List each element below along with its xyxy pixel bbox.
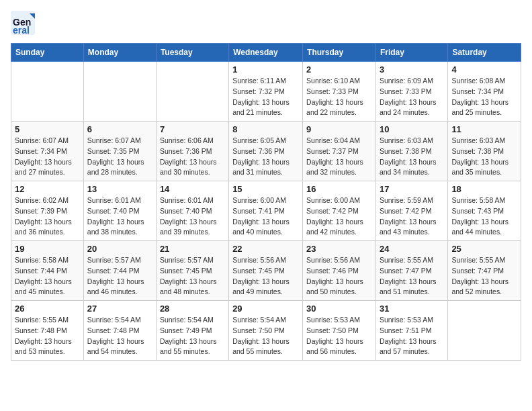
calendar-body: 1Sunrise: 6:11 AM Sunset: 7:32 PM Daylig… bbox=[11, 62, 521, 361]
day-info: Sunrise: 6:05 AM Sunset: 7:36 PM Dayligh… bbox=[232, 136, 299, 178]
day-info: Sunrise: 5:55 AM Sunset: 7:48 PM Dayligh… bbox=[15, 315, 80, 357]
page-header: Gen eral bbox=[11, 11, 521, 35]
day-number: 28 bbox=[160, 304, 225, 314]
day-cell: 10Sunrise: 6:03 AM Sunset: 7:38 PM Dayli… bbox=[375, 122, 447, 181]
week-row-5: 26Sunrise: 5:55 AM Sunset: 7:48 PM Dayli… bbox=[11, 301, 521, 361]
day-info: Sunrise: 5:55 AM Sunset: 7:47 PM Dayligh… bbox=[380, 255, 444, 298]
day-cell: 4Sunrise: 6:08 AM Sunset: 7:34 PM Daylig… bbox=[448, 62, 521, 122]
day-number: 1 bbox=[232, 64, 299, 75]
svg-text:eral: eral bbox=[13, 25, 30, 35]
day-number: 4 bbox=[451, 64, 517, 75]
logo-icon: Gen eral bbox=[11, 11, 35, 35]
day-cell bbox=[448, 301, 521, 361]
logo: Gen eral bbox=[11, 11, 38, 35]
day-info: Sunrise: 6:01 AM Sunset: 7:40 PM Dayligh… bbox=[160, 195, 225, 238]
day-cell: 20Sunrise: 5:57 AM Sunset: 7:44 PM Dayli… bbox=[83, 241, 156, 301]
day-info: Sunrise: 6:07 AM Sunset: 7:34 PM Dayligh… bbox=[15, 136, 80, 178]
day-number: 2 bbox=[306, 64, 372, 75]
day-number: 26 bbox=[15, 304, 80, 314]
week-row-4: 19Sunrise: 5:58 AM Sunset: 7:44 PM Dayli… bbox=[11, 241, 521, 301]
week-row-3: 12Sunrise: 6:02 AM Sunset: 7:39 PM Dayli… bbox=[11, 181, 521, 241]
day-cell: 14Sunrise: 6:01 AM Sunset: 7:40 PM Dayli… bbox=[156, 181, 228, 241]
day-cell: 1Sunrise: 6:11 AM Sunset: 7:32 PM Daylig… bbox=[229, 62, 303, 122]
day-info: Sunrise: 6:03 AM Sunset: 7:38 PM Dayligh… bbox=[451, 136, 517, 178]
day-cell: 12Sunrise: 6:02 AM Sunset: 7:39 PM Dayli… bbox=[11, 181, 84, 241]
day-cell bbox=[83, 62, 156, 122]
day-info: Sunrise: 5:55 AM Sunset: 7:47 PM Dayligh… bbox=[451, 255, 517, 298]
day-number: 19 bbox=[15, 244, 80, 254]
day-cell: 8Sunrise: 6:05 AM Sunset: 7:36 PM Daylig… bbox=[229, 122, 303, 181]
weekday-wednesday: Wednesday bbox=[229, 44, 303, 62]
day-cell: 7Sunrise: 6:06 AM Sunset: 7:36 PM Daylig… bbox=[156, 122, 228, 181]
day-cell: 9Sunrise: 6:04 AM Sunset: 7:37 PM Daylig… bbox=[303, 122, 376, 181]
day-cell: 3Sunrise: 6:09 AM Sunset: 7:33 PM Daylig… bbox=[375, 62, 447, 122]
day-number: 21 bbox=[160, 244, 225, 254]
day-number: 10 bbox=[380, 124, 444, 134]
day-info: Sunrise: 6:00 AM Sunset: 7:42 PM Dayligh… bbox=[306, 195, 372, 238]
weekday-header-row: SundayMondayTuesdayWednesdayThursdayFrid… bbox=[11, 44, 521, 62]
day-info: Sunrise: 5:57 AM Sunset: 7:44 PM Dayligh… bbox=[87, 255, 152, 298]
day-cell: 26Sunrise: 5:55 AM Sunset: 7:48 PM Dayli… bbox=[11, 301, 84, 361]
day-number: 17 bbox=[380, 184, 444, 194]
day-cell: 28Sunrise: 5:54 AM Sunset: 7:49 PM Dayli… bbox=[156, 301, 228, 361]
weekday-sunday: Sunday bbox=[11, 44, 84, 62]
weekday-friday: Friday bbox=[375, 44, 447, 62]
day-info: Sunrise: 5:58 AM Sunset: 7:44 PM Dayligh… bbox=[15, 255, 80, 298]
day-number: 16 bbox=[306, 184, 372, 194]
weekday-tuesday: Tuesday bbox=[156, 44, 228, 62]
day-number: 20 bbox=[87, 244, 152, 254]
day-info: Sunrise: 5:57 AM Sunset: 7:45 PM Dayligh… bbox=[160, 255, 225, 298]
day-info: Sunrise: 6:02 AM Sunset: 7:39 PM Dayligh… bbox=[15, 195, 80, 238]
day-number: 22 bbox=[232, 244, 299, 254]
day-info: Sunrise: 6:07 AM Sunset: 7:35 PM Dayligh… bbox=[87, 136, 152, 178]
day-number: 24 bbox=[380, 244, 444, 254]
day-number: 5 bbox=[15, 124, 80, 134]
day-info: Sunrise: 5:54 AM Sunset: 7:49 PM Dayligh… bbox=[160, 315, 225, 357]
day-info: Sunrise: 5:54 AM Sunset: 7:50 PM Dayligh… bbox=[232, 315, 299, 357]
day-number: 6 bbox=[87, 124, 152, 134]
calendar-table: SundayMondayTuesdayWednesdayThursdayFrid… bbox=[11, 43, 521, 361]
day-number: 14 bbox=[160, 184, 225, 194]
weekday-thursday: Thursday bbox=[303, 44, 376, 62]
day-cell: 16Sunrise: 6:00 AM Sunset: 7:42 PM Dayli… bbox=[303, 181, 376, 241]
day-number: 23 bbox=[306, 244, 372, 254]
day-cell: 6Sunrise: 6:07 AM Sunset: 7:35 PM Daylig… bbox=[83, 122, 156, 181]
day-cell: 2Sunrise: 6:10 AM Sunset: 7:33 PM Daylig… bbox=[303, 62, 376, 122]
day-number: 11 bbox=[451, 124, 517, 134]
week-row-1: 1Sunrise: 6:11 AM Sunset: 7:32 PM Daylig… bbox=[11, 62, 521, 122]
day-info: Sunrise: 6:10 AM Sunset: 7:33 PM Dayligh… bbox=[306, 76, 372, 118]
day-number: 30 bbox=[306, 304, 372, 314]
day-cell: 24Sunrise: 5:55 AM Sunset: 7:47 PM Dayli… bbox=[375, 241, 447, 301]
day-cell: 11Sunrise: 6:03 AM Sunset: 7:38 PM Dayli… bbox=[448, 122, 521, 181]
day-info: Sunrise: 6:03 AM Sunset: 7:38 PM Dayligh… bbox=[380, 136, 444, 178]
day-number: 7 bbox=[160, 124, 225, 134]
day-number: 9 bbox=[306, 124, 372, 134]
day-number: 31 bbox=[380, 304, 444, 314]
day-info: Sunrise: 6:08 AM Sunset: 7:34 PM Dayligh… bbox=[451, 76, 517, 118]
day-cell: 25Sunrise: 5:55 AM Sunset: 7:47 PM Dayli… bbox=[448, 241, 521, 301]
day-cell: 17Sunrise: 5:59 AM Sunset: 7:42 PM Dayli… bbox=[375, 181, 447, 241]
day-info: Sunrise: 5:53 AM Sunset: 7:51 PM Dayligh… bbox=[380, 315, 444, 357]
day-cell: 30Sunrise: 5:53 AM Sunset: 7:50 PM Dayli… bbox=[303, 301, 376, 361]
day-cell: 15Sunrise: 6:00 AM Sunset: 7:41 PM Dayli… bbox=[229, 181, 303, 241]
day-info: Sunrise: 6:00 AM Sunset: 7:41 PM Dayligh… bbox=[232, 195, 299, 238]
day-cell: 27Sunrise: 5:54 AM Sunset: 7:48 PM Dayli… bbox=[83, 301, 156, 361]
day-info: Sunrise: 6:09 AM Sunset: 7:33 PM Dayligh… bbox=[380, 76, 444, 118]
day-number: 29 bbox=[232, 304, 299, 314]
day-info: Sunrise: 6:04 AM Sunset: 7:37 PM Dayligh… bbox=[306, 136, 372, 178]
weekday-saturday: Saturday bbox=[448, 44, 521, 62]
day-info: Sunrise: 5:59 AM Sunset: 7:42 PM Dayligh… bbox=[380, 195, 444, 238]
day-number: 27 bbox=[87, 304, 152, 314]
day-cell: 29Sunrise: 5:54 AM Sunset: 7:50 PM Dayli… bbox=[229, 301, 303, 361]
day-cell: 18Sunrise: 5:58 AM Sunset: 7:43 PM Dayli… bbox=[448, 181, 521, 241]
day-cell: 5Sunrise: 6:07 AM Sunset: 7:34 PM Daylig… bbox=[11, 122, 84, 181]
day-info: Sunrise: 5:53 AM Sunset: 7:50 PM Dayligh… bbox=[306, 315, 372, 357]
day-cell bbox=[156, 62, 228, 122]
day-info: Sunrise: 5:58 AM Sunset: 7:43 PM Dayligh… bbox=[451, 195, 517, 238]
day-cell: 22Sunrise: 5:56 AM Sunset: 7:45 PM Dayli… bbox=[229, 241, 303, 301]
day-info: Sunrise: 6:01 AM Sunset: 7:40 PM Dayligh… bbox=[87, 195, 152, 238]
day-info: Sunrise: 6:06 AM Sunset: 7:36 PM Dayligh… bbox=[160, 136, 225, 178]
day-number: 13 bbox=[87, 184, 152, 194]
day-number: 25 bbox=[451, 244, 517, 254]
day-number: 15 bbox=[232, 184, 299, 194]
